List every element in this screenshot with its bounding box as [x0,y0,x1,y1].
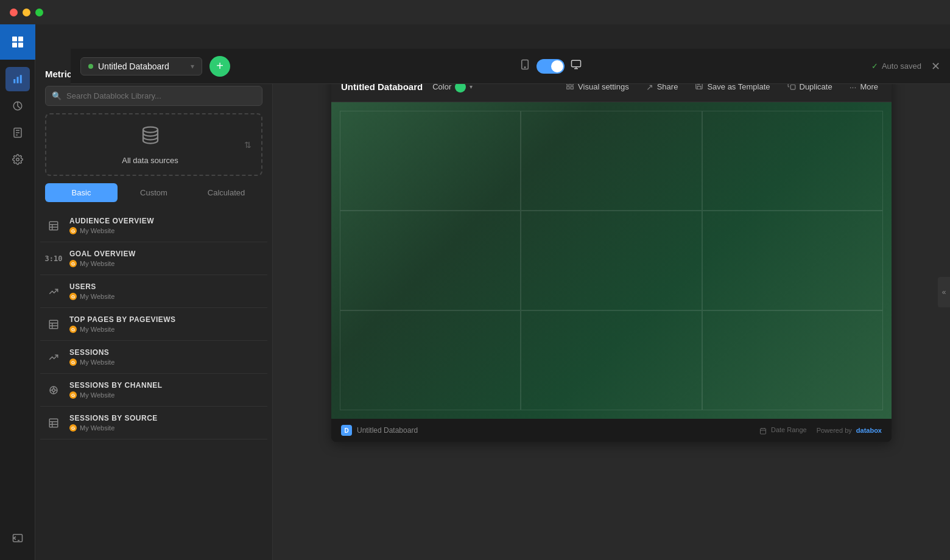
close-nav-btn[interactable]: ✕ [931,60,940,73]
metric-info-sessions-channel: SESSIONS BY CHANNEL G My Website [69,381,163,399]
svg-rect-6 [19,75,21,83]
metric-item-sessions[interactable]: SESSIONS G My Website [40,341,267,374]
source-dot: G [69,359,77,366]
metric-icon-channel [45,382,62,399]
search-box: 🔍 [45,86,262,106]
metric-library-panel: Metric Library ✕ 🔍 [35,60,273,560]
metric-icon-timer: 3:10 [45,250,62,267]
sidebar-item-charts[interactable] [5,67,30,91]
color-chevron: ▾ [470,83,473,90]
sidebar-item-reports[interactable] [5,121,30,145]
svg-rect-44 [760,429,765,434]
canvas-board[interactable] [331,102,892,419]
svg-rect-4 [13,79,15,83]
icon-sidebar [0,24,35,560]
metric-item-top-pages[interactable]: TOP PAGES BY PAGEVIEWS G My Website [40,308,267,341]
metric-info-users: USERS G My Website [69,282,114,300]
svg-rect-41 [571,86,573,89]
expand-icon: ⇅ [244,140,252,150]
metric-name: USERS [69,282,114,291]
databoard-status-dot [88,64,93,69]
metric-source: G My Website [69,293,114,300]
metric-info-top-pages: TOP PAGES BY PAGEVIEWS G My Website [69,315,176,333]
search-input[interactable] [66,86,256,105]
app-container: Untitled Databoard ▾ + [0,24,950,560]
grid-cell-3-3 [702,310,883,410]
footer-databoard-name: Untitled Databoard [357,426,418,435]
app-logo[interactable] [0,24,35,60]
metric-source: G My Website [69,260,136,267]
metric-source: G My Website [69,424,158,432]
date-range-label: Date Range [759,426,807,434]
collapse-panel-btn[interactable]: « [938,277,950,307]
database-icon [139,124,161,151]
device-toggle-switch[interactable] [537,59,565,74]
metric-tabs: Basic Custom Calculated [45,183,262,202]
canvas-footer: D Untitled Databoard Date Range [331,419,892,442]
svg-rect-3 [18,43,23,47]
add-databoard-btn[interactable]: + [209,56,230,77]
close-window-btn[interactable] [10,9,18,16]
metric-item-sessions-source[interactable]: SESSIONS BY SOURCE G My Website [40,407,267,439]
svg-point-16 [525,67,526,68]
svg-rect-42 [567,86,569,89]
metric-source: G My Website [69,227,154,234]
grid-cell-2-2 [521,211,702,310]
footer-logo: D [341,425,352,436]
data-source-selector[interactable]: All data sources ⇅ [45,113,262,176]
fullscreen-window-btn[interactable] [35,9,43,16]
grid-cell-3-2 [521,310,702,410]
databoard-selector[interactable]: Untitled Databoard ▾ [80,57,202,75]
sidebar-item-analytics[interactable] [5,94,30,118]
metric-info-goal-overview: GOAL OVERVIEW G My Website [69,250,136,267]
brand-label: databox [856,427,882,434]
right-container: Untitled Databoard ▾ + [35,24,950,560]
toggle-knob [551,60,563,72]
desktop-icon[interactable] [571,59,582,73]
source-dot: G [69,260,77,267]
svg-rect-35 [49,419,58,427]
mobile-icon[interactable] [519,59,530,73]
data-source-label: All data sources [122,156,178,165]
metric-item-users[interactable]: USERS G My Website [40,275,267,308]
metric-item-sessions-channel[interactable]: SESSIONS BY CHANNEL G My Website [40,374,267,407]
metric-source: G My Website [69,391,163,399]
metric-icon-trend [45,283,62,300]
metric-item-goal-overview[interactable]: 3:10 GOAL OVERVIEW G My Website [40,242,267,275]
svg-rect-25 [49,320,58,329]
metric-item-audience-overview[interactable]: AUDIENCE OVERVIEW G My Website [40,209,267,242]
metric-list: AUDIENCE OVERVIEW G My Website 3:10 [35,209,272,560]
sidebar-bottom [5,526,30,560]
top-nav: Untitled Databoard ▾ + [71,49,950,84]
svg-rect-0 [12,37,17,41]
main-content: Metric Library ✕ 🔍 [35,60,950,560]
device-toggle [519,59,582,74]
svg-rect-17 [572,60,581,67]
grid-overlay [331,102,892,419]
source-dot: G [69,424,77,432]
tab-custom[interactable]: Custom [118,183,190,202]
canvas-footer-right: Date Range Powered by databox [759,426,882,434]
title-bar [0,0,950,24]
nav-center [237,59,864,74]
svg-point-12 [16,158,19,161]
grid-cell-2-1 [340,211,521,310]
canvas-footer-left: D Untitled Databoard [341,425,418,436]
tab-basic[interactable]: Basic [45,183,118,202]
checkmark-icon: ✓ [871,61,878,71]
svg-rect-21 [49,222,58,230]
sidebar-item-settings[interactable] [5,147,30,172]
grid-cell-2-3 [702,211,883,310]
source-dot: G [69,326,77,333]
metric-name: SESSIONS [69,348,114,357]
metric-info-sessions-source: SESSIONS BY SOURCE G My Website [69,414,158,432]
metric-info-audience-overview: AUDIENCE OVERVIEW G My Website [69,217,154,234]
minimize-window-btn[interactable] [23,9,30,16]
metric-info-sessions: SESSIONS G My Website [69,348,114,366]
sidebar-item-terminal[interactable] [5,526,30,550]
powered-by-label: Powered by databox [817,427,882,434]
source-dot: G [69,391,77,399]
tab-calculated[interactable]: Calculated [190,183,262,202]
metric-icon-sessions-trend [45,349,62,366]
auto-saved-label: ✓ Auto saved [871,61,921,71]
